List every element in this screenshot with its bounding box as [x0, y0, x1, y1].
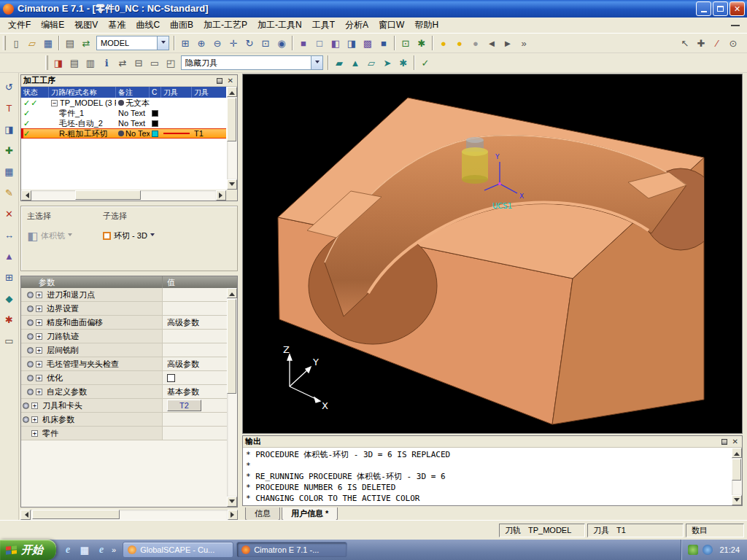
task-cimatron[interactable]: Cimatron E 7.1 -... — [236, 542, 347, 558]
expand-icon[interactable]: + — [36, 292, 42, 298]
pin-icon[interactable] — [217, 78, 222, 84]
output-vscrollbar[interactable] — [732, 448, 742, 505]
minimize-button[interactable] — [696, 1, 711, 16]
param-row-tool-holder[interactable]: +刀具和卡头 T2 — [21, 399, 227, 413]
toolpath-burst-icon[interactable]: ✱ — [395, 55, 411, 71]
window-select-icon[interactable]: ⊞ — [3, 271, 16, 284]
menu-nc-process[interactable]: 加工-工艺P — [198, 17, 252, 34]
scroll-thumb[interactable] — [227, 299, 236, 394]
col-name[interactable]: 刀路/程式名称 — [49, 87, 116, 98]
param-row-trajectory[interactable]: +刀路轨迹 — [21, 330, 227, 343]
expand-icon[interactable]: + — [36, 389, 42, 395]
param-row-machine[interactable]: +机床参数 — [21, 413, 227, 427]
secondary-select-control[interactable]: 环切 - 3D — [103, 230, 155, 241]
param-value[interactable] — [163, 330, 227, 343]
light-on-icon[interactable]: ● — [436, 35, 452, 51]
color-chip[interactable] — [152, 120, 158, 127]
info-icon[interactable]: ℹ — [98, 55, 115, 71]
hide-tool-combo-dropdown[interactable] — [311, 56, 322, 69]
param-row-boundary[interactable]: +边界设置 — [21, 302, 227, 316]
param-row-tolerance[interactable]: +精度和曲面偏移 高级参数 — [21, 316, 227, 330]
mesh-icon[interactable]: ▲ — [3, 249, 16, 262]
toolpath-run-icon[interactable]: ➤ — [379, 55, 395, 71]
report-icon[interactable]: ▤ — [62, 35, 78, 51]
col-status[interactable]: 状态 — [21, 87, 49, 98]
scroll-up-button[interactable] — [732, 448, 742, 458]
menu-view[interactable]: 视图V — [69, 17, 103, 34]
close-button[interactable]: ✕ — [729, 1, 745, 16]
pan-icon[interactable]: ✛ — [225, 35, 241, 51]
toolpath-create-icon[interactable]: ▰ — [331, 55, 347, 71]
hidden-line-view-icon[interactable]: ◨ — [344, 35, 360, 51]
color-mode-icon[interactable]: ◨ — [50, 55, 66, 71]
tree-collapse-icon[interactable]: − — [51, 100, 58, 106]
color-chip[interactable] — [152, 110, 158, 117]
fit-view-icon[interactable]: ⊡ — [258, 35, 274, 51]
burst-icon[interactable]: ✱ — [3, 313, 16, 326]
col-note[interactable]: 备注 — [116, 87, 150, 98]
zoom-in-icon[interactable]: ⊕ — [193, 35, 209, 51]
optimize-checkbox[interactable] — [167, 374, 175, 382]
model-combo[interactable]: MODEL — [96, 36, 169, 50]
grid-icon[interactable]: ▦ — [3, 165, 16, 178]
tray-icon-network[interactable] — [703, 545, 713, 555]
scroll-thumb[interactable] — [32, 510, 120, 519]
toolbar-overflow-icon[interactable]: » — [516, 35, 532, 51]
tab-info[interactable]: 信息 — [245, 508, 280, 521]
output-panel-close-icon[interactable]: ✕ — [731, 438, 740, 446]
process-panel-close-icon[interactable]: ✕ — [226, 77, 235, 85]
simulate-icon[interactable]: ✱ — [414, 35, 430, 51]
menu-nc-tools[interactable]: 加工-工具N — [252, 17, 307, 34]
shaded-view-icon[interactable]: ■ — [295, 35, 311, 51]
swap-icon[interactable]: ⇄ — [115, 55, 131, 71]
expand-icon[interactable]: + — [36, 347, 42, 354]
expand-icon[interactable]: + — [31, 430, 38, 437]
tool-holder-value[interactable]: T2 — [167, 400, 201, 411]
frame-icon[interactable]: ▭ — [147, 55, 163, 71]
new-file-icon[interactable]: ▯ — [8, 35, 24, 51]
history-icon[interactable]: ↺ — [3, 80, 16, 93]
scroll-right-button[interactable] — [216, 190, 226, 201]
next-view-icon[interactable]: ► — [500, 35, 516, 51]
view-target-icon[interactable]: ◉ — [274, 35, 290, 51]
plane-icon[interactable]: ▭ — [3, 334, 16, 347]
process-row-stock[interactable]: ✓ 毛坯-自动_2 No Text — [21, 118, 226, 128]
wireframe-view-icon[interactable]: □ — [311, 35, 328, 51]
primary-select-control[interactable]: ◧ 体积铣 — [27, 229, 103, 243]
add-icon[interactable]: ✚ — [3, 144, 16, 157]
scroll-thumb[interactable] — [75, 190, 141, 200]
menu-help[interactable]: 帮助H — [409, 17, 444, 34]
toolpath-copy-icon[interactable]: ▱ — [363, 55, 379, 71]
menu-datum[interactable]: 基准 — [103, 17, 131, 34]
process-row-tp-model[interactable]: ✓✓ −TP_MODEL (3 P 无文本 — [21, 98, 226, 108]
zoom-out-icon[interactable]: ⊖ — [209, 35, 225, 51]
chevron-down-icon[interactable] — [150, 233, 155, 238]
tab-user-info[interactable]: 用户信息 * — [282, 508, 338, 521]
table-icon[interactable]: ▤ — [66, 55, 82, 71]
col-tool[interactable]: 刀具 — [161, 87, 192, 98]
process-table-vscrollbar[interactable] — [227, 87, 237, 190]
measure-icon[interactable]: ∕ — [709, 35, 725, 51]
scroll-down-button[interactable] — [227, 179, 237, 190]
param-row-stock-check[interactable]: +毛坯管理与夹头检查 高级参数 — [21, 357, 227, 371]
3d-viewport[interactable]: Y X UCS1 Z Y X — [242, 74, 743, 434]
render-icon[interactable]: ⊡ — [398, 35, 414, 51]
list-icon[interactable]: ▥ — [82, 55, 98, 71]
process-row-part[interactable]: ✓ 零件_1 No Text — [21, 108, 226, 118]
maximize-button[interactable] — [713, 1, 728, 16]
process-row-rough-spiral-selected[interactable]: ✓ R-粗加工环切 No Text T1 — [21, 128, 226, 139]
rotate-view-icon[interactable]: ↻ — [241, 35, 258, 51]
scroll-up-button[interactable] — [227, 87, 237, 97]
scroll-thumb[interactable] — [227, 98, 236, 141]
zoom-window-icon[interactable]: ⊞ — [177, 35, 193, 51]
param-value[interactable] — [163, 343, 227, 357]
param-value[interactable] — [163, 288, 227, 301]
param-value[interactable] — [163, 302, 227, 315]
scroll-left-button[interactable] — [20, 510, 31, 520]
scroll-down-button[interactable] — [732, 495, 742, 505]
model-combo-dropdown[interactable] — [157, 36, 169, 50]
browser-icon[interactable]: e — [95, 543, 108, 556]
open-file-icon[interactable]: ▱ — [24, 35, 40, 51]
toolpath-edit-icon[interactable]: ▲ — [347, 55, 363, 71]
toolbar-grip[interactable] — [3, 36, 6, 50]
